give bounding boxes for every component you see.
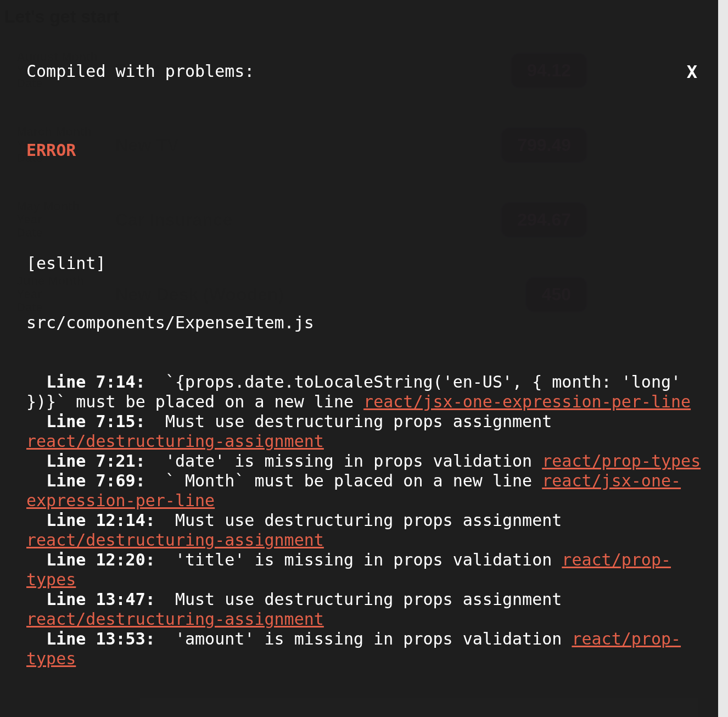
error-body: [eslint] src/components/ExpenseItem.js L… xyxy=(26,214,702,717)
error-loc: Line 13:53: xyxy=(46,629,155,648)
error-file: src/components/ExpenseItem.js xyxy=(26,313,702,333)
error-rule-link[interactable]: react/destructuring-assignment xyxy=(26,609,324,629)
error-loc: Line 7:69: xyxy=(46,471,145,490)
error-line: Line 12:14: Must use destructuring props… xyxy=(26,511,702,550)
error-line: Line 13:47: Must use destructuring props… xyxy=(26,590,702,629)
error-line: Line 12:20: 'title' is missing in props … xyxy=(26,550,702,590)
error-tool: [eslint] xyxy=(26,254,702,273)
error-loc: Line 7:15: xyxy=(46,412,145,431)
error-loc: Line 7:14: xyxy=(46,372,145,391)
error-msg: Must use destructuring props assignment xyxy=(165,412,562,431)
error-line: Line 7:15: Must use destructuring props … xyxy=(26,412,702,451)
close-button[interactable]: X xyxy=(682,61,702,82)
error-label: ERROR xyxy=(26,141,702,160)
error-line: Line 7:14: `{props.date.toLocaleString('… xyxy=(26,372,702,412)
error-loc: Line 13:47: xyxy=(46,590,155,609)
error-rule-link[interactable]: react/destructuring-assignment xyxy=(26,530,324,550)
error-msg: ` Month` must be placed on a new line xyxy=(165,471,542,490)
error-rule-link[interactable]: react/prop-types xyxy=(542,451,701,470)
error-rule-link[interactable]: react/jsx-one-expression-per-line xyxy=(363,392,691,411)
error-rule-link[interactable]: react/destructuring-assignment xyxy=(26,432,324,451)
error-loc: Line 12:20: xyxy=(46,550,155,569)
error-line: Line 7:69: ` Month` must be placed on a … xyxy=(26,471,702,511)
error-overlay-content: Compiled with problems: X ERROR [eslint]… xyxy=(26,22,702,717)
error-line: Line 7:21: 'date' is missing in props va… xyxy=(26,451,702,471)
error-msg: 'date' is missing in props validation xyxy=(165,451,542,470)
error-loc: Line 7:21: xyxy=(46,451,145,470)
error-msg: Must use destructuring props assignment xyxy=(175,590,572,609)
error-msg: 'title' is missing in props validation xyxy=(175,550,562,569)
overlay-title: Compiled with problems: xyxy=(26,61,254,81)
error-loc: Line 12:14: xyxy=(46,511,155,530)
scrollbar-track[interactable] xyxy=(718,0,728,717)
error-msg: Must use destructuring props assignment xyxy=(175,511,572,530)
error-msg: 'amount' is missing in props validation xyxy=(175,629,572,648)
error-line: Line 13:53: 'amount' is missing in props… xyxy=(26,629,702,669)
error-overlay: Compiled with problems: X ERROR [eslint]… xyxy=(0,0,728,717)
